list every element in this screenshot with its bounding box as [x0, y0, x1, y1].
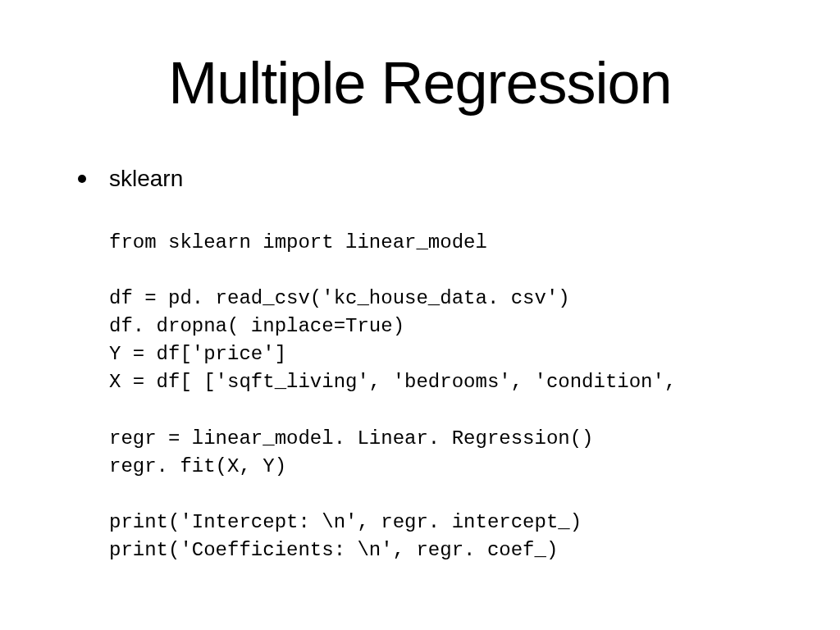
bullet-label: sklearn — [109, 166, 183, 192]
bullet-item: sklearn — [78, 166, 799, 192]
slide-content: sklearn from sklearn import linear_model… — [41, 166, 799, 564]
code-block: from sklearn import linear_model df = pd… — [78, 229, 799, 564]
slide-title: Multiple Regression — [41, 49, 799, 116]
bullet-icon — [78, 175, 86, 183]
slide-container: Multiple Regression sklearn from sklearn… — [0, 0, 840, 597]
